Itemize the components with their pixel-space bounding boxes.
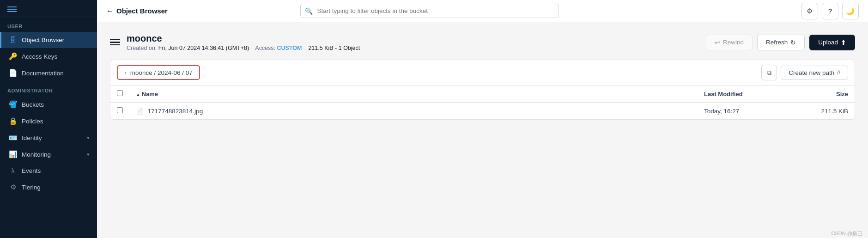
- col-size-label: Size: [836, 91, 848, 98]
- help-icon: ?: [828, 7, 832, 15]
- bucket-info: moonce Created on: Fri, Jun 07 2024 14:3…: [127, 33, 699, 51]
- copy-icon: ⧉: [767, 69, 771, 77]
- sidebar-item-identity[interactable]: 🪪 Identity ▾: [0, 129, 97, 146]
- table-header-row: Name Last Modified Size: [110, 85, 855, 103]
- sidebar-item-label: Access Keys: [22, 53, 90, 60]
- select-all-checkbox[interactable]: [117, 90, 123, 96]
- col-size-header[interactable]: Size: [790, 85, 855, 103]
- search-input[interactable]: [300, 4, 559, 18]
- chevron-down-icon: ▾: [87, 135, 90, 141]
- gear-icon: ⚙: [807, 7, 813, 15]
- moon-icon: 🌙: [846, 7, 855, 15]
- file-icon: 📄: [136, 108, 143, 115]
- help-button[interactable]: ?: [822, 3, 838, 19]
- col-modified-header[interactable]: Last Modified: [698, 85, 790, 103]
- bucket-meta: Created on: Fri, Jun 07 2024 14:36:41 (G…: [127, 45, 699, 51]
- sidebar-item-object-browser[interactable]: 🗄 Object Browser: [0, 32, 97, 48]
- sidebar-item-label: Identity: [22, 134, 82, 141]
- sidebar-item-label: Buckets: [22, 101, 90, 108]
- footer-text: CSDN @插已: [832, 231, 862, 236]
- col-checkbox-header: [110, 85, 129, 103]
- identity-icon: 🪪: [9, 134, 17, 142]
- topbar-actions: ⚙ ? 🌙: [801, 3, 859, 19]
- path-row: ‹ moonce / 2024-06 / 07 ⧉ Create new pat…: [110, 60, 855, 85]
- sidebar: User 🗄 Object Browser 🔑 Access Keys 📄 Do…: [0, 0, 97, 238]
- created-label: Created on:: [127, 45, 157, 51]
- sidebar-item-policies[interactable]: 🔒 Policies: [0, 113, 97, 129]
- sidebar-item-tiering[interactable]: ⚙ Tiering: [0, 179, 97, 195]
- breadcrumb-path: moonce / 2024-06 / 07: [130, 69, 193, 76]
- policies-icon: 🔒: [9, 117, 17, 125]
- create-path-icon: //: [837, 69, 840, 76]
- user-section-label: User: [0, 17, 97, 32]
- col-name-header[interactable]: Name: [129, 85, 698, 103]
- row-size: 211.5 KiB: [821, 108, 848, 115]
- sidebar-item-label: Monitoring: [22, 151, 82, 158]
- settings-button[interactable]: ⚙: [801, 3, 818, 19]
- row-checkbox[interactable]: [117, 107, 123, 113]
- events-icon: λ: [9, 167, 17, 175]
- sidebar-item-label: Object Browser: [22, 37, 90, 43]
- sidebar-item-label: Tiering: [22, 184, 90, 191]
- sidebar-item-documentation[interactable]: 📄 Documentation: [0, 65, 97, 81]
- search-icon: 🔍: [305, 7, 313, 15]
- sidebar-item-label: Documentation: [22, 70, 90, 77]
- sidebar-item-monitoring[interactable]: 📊 Monitoring ▾: [0, 146, 97, 163]
- create-new-path-button[interactable]: Create new path //: [781, 66, 848, 80]
- breadcrumb-back-button[interactable]: ‹: [124, 69, 127, 76]
- rewind-label: Rewind: [723, 39, 744, 46]
- search-container: 🔍: [300, 4, 559, 18]
- sidebar-item-events[interactable]: λ Events: [0, 163, 97, 179]
- sidebar-item-label: Events: [22, 167, 90, 174]
- row-modified-cell: Today, 16:27: [698, 103, 790, 120]
- monitoring-icon: 📊: [9, 150, 17, 159]
- bucket-stats: 211.5 KiB - 1 Object: [308, 45, 360, 51]
- bucket-icon: [110, 39, 120, 46]
- sidebar-item-access-keys[interactable]: 🔑 Access Keys: [0, 48, 97, 65]
- table-row: 📄 1717748823814.jpg Today, 16:27 211.5 K…: [110, 103, 855, 120]
- refresh-icon: ↻: [790, 39, 796, 46]
- refresh-label: Refresh: [766, 39, 788, 46]
- access-value: CUSTOM: [277, 45, 302, 51]
- bucket-actions: ↩ Rewind Refresh ↻ Upload ⬆: [706, 35, 855, 50]
- dark-mode-button[interactable]: 🌙: [842, 3, 859, 19]
- sidebar-item-buckets[interactable]: 🪣 Buckets: [0, 96, 97, 113]
- chevron-down-icon: ▾: [87, 152, 90, 158]
- copy-path-button[interactable]: ⧉: [761, 65, 777, 80]
- logo-icon: [7, 6, 17, 12]
- tiering-icon: ⚙: [9, 183, 17, 191]
- access-label: Access:: [255, 45, 275, 51]
- row-size-cell: 211.5 KiB: [790, 103, 855, 120]
- table-body: 📄 1717748823814.jpg Today, 16:27 211.5 K…: [110, 103, 855, 120]
- back-arrow-icon: ←: [106, 7, 114, 15]
- row-filename: 1717748823814.jpg: [148, 108, 203, 115]
- refresh-button[interactable]: Refresh ↻: [757, 35, 805, 50]
- create-path-label: Create new path: [789, 69, 834, 76]
- sort-name-icon: [136, 91, 142, 98]
- main-content: ← Object Browser 🔍 ⚙ ? 🌙 moonc: [97, 0, 868, 238]
- rewind-button[interactable]: ↩ Rewind: [706, 35, 753, 50]
- object-browser-icon: 🗄: [9, 36, 17, 44]
- topbar: ← Object Browser 🔍 ⚙ ? 🌙: [97, 0, 868, 22]
- upload-button[interactable]: Upload ⬆: [809, 35, 855, 50]
- bucket-name: moonce: [127, 33, 699, 44]
- content-area: moonce Created on: Fri, Jun 07 2024 14:3…: [97, 22, 868, 229]
- bucket-header: moonce Created on: Fri, Jun 07 2024 14:3…: [110, 33, 855, 51]
- col-name-label: Name: [142, 91, 158, 98]
- back-label: Object Browser: [116, 7, 168, 15]
- rewind-icon: ↩: [715, 39, 720, 46]
- buckets-icon: 🪣: [9, 100, 17, 109]
- sidebar-logo: [0, 0, 97, 17]
- upload-icon: ⬆: [841, 39, 846, 46]
- col-modified-label: Last Modified: [704, 91, 743, 98]
- upload-label: Upload: [818, 39, 838, 46]
- footer: CSDN @插已: [97, 229, 868, 238]
- back-button[interactable]: ← Object Browser: [106, 7, 168, 15]
- breadcrumb: ‹ moonce / 2024-06 / 07: [117, 65, 200, 80]
- access-keys-icon: 🔑: [9, 52, 17, 61]
- row-checkbox-cell: [110, 103, 129, 120]
- sidebar-item-label: Policies: [22, 118, 90, 125]
- path-and-table: ‹ moonce / 2024-06 / 07 ⧉ Create new pat…: [110, 60, 855, 120]
- row-name-cell: 📄 1717748823814.jpg: [129, 103, 698, 120]
- created-value: Fri, Jun 07 2024 14:36:41 (GMT+8): [158, 45, 249, 51]
